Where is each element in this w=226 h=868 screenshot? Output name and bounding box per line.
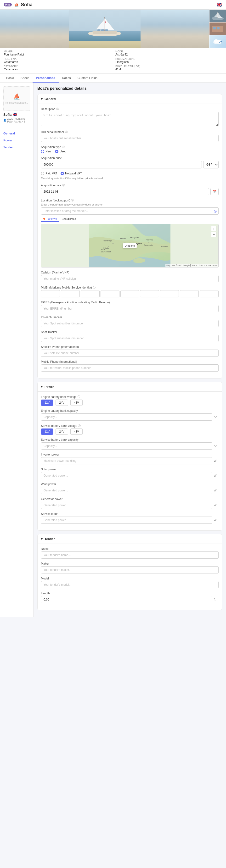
svg-rect-14 xyxy=(213,27,216,29)
svg-point-23 xyxy=(148,242,149,243)
service-voltage-label: Service battery bank voltage ⓘ xyxy=(41,424,219,428)
tab-personalised[interactable]: Personalised xyxy=(33,74,59,83)
radio-used[interactable]: Used xyxy=(55,150,66,153)
calendar-icon[interactable]: 📅 xyxy=(210,188,219,195)
service-voltage-12v[interactable]: 12V xyxy=(41,429,53,435)
toponym-dot xyxy=(43,218,45,220)
hero-main-image xyxy=(0,9,209,48)
sidebar-boat-flag: 🇬🇧 xyxy=(13,113,17,117)
engine-capacity-group: Engine battery bank capacity Ah xyxy=(41,409,219,421)
tender-section-content: Name Maker Model Length xyxy=(37,544,222,610)
wind-label: Wind power xyxy=(41,483,219,486)
map-tab-coordinates[interactable]: Coordinates xyxy=(59,216,78,222)
thumb-2[interactable] xyxy=(209,22,226,35)
tender-name-input[interactable] xyxy=(41,552,219,559)
inreach-input[interactable] xyxy=(41,320,219,327)
radio-new-dot xyxy=(41,150,44,153)
service-voltage-24v[interactable]: 24V xyxy=(56,429,68,435)
mmsi-digit-4[interactable] xyxy=(101,290,119,298)
maker-label: Maker xyxy=(4,50,111,53)
tender-length-input[interactable] xyxy=(41,596,213,603)
description-input[interactable] xyxy=(41,112,219,126)
map-visual[interactable]: Trowbridge Andover Basingstoke Worthing … xyxy=(41,224,218,267)
thumb-1[interactable] xyxy=(209,9,226,22)
tender-section-header[interactable]: ▾ Tender xyxy=(37,534,222,544)
acquisition-date-group: Acquisition date ⓘ 📅 xyxy=(41,184,219,195)
location-input-wrapper: ◎ xyxy=(41,208,219,215)
service-capacity-input[interactable] xyxy=(41,442,213,450)
svg-text:Bournemouth: Bournemouth xyxy=(101,251,111,253)
vat-paid-option[interactable]: Paid VAT xyxy=(41,172,57,175)
generator-input[interactable] xyxy=(41,502,213,509)
tender-length-input-wrapper: ft xyxy=(41,596,219,603)
location-input[interactable] xyxy=(41,208,219,215)
solar-input[interactable] xyxy=(41,472,213,479)
wind-input[interactable] xyxy=(41,487,213,494)
mmsi-digit-9[interactable] xyxy=(200,290,219,298)
hull-serial-input[interactable] xyxy=(41,135,219,142)
thumb-cloud[interactable] xyxy=(209,35,226,48)
general-section: ▾ General Description ⓘ Hull serial numb… xyxy=(37,94,222,378)
sidebar-item-general[interactable]: General xyxy=(0,130,33,137)
acquisition-price-input-wrapper: GBP EUR USD xyxy=(41,161,219,168)
mmsi-digit-1[interactable] xyxy=(41,290,60,298)
acquisition-type-label: Acquisition type ⓘ xyxy=(41,145,219,149)
location-group: Location (docking port) ⓘ Enter the port… xyxy=(41,198,219,268)
tab-custom-fields[interactable]: Custom Fields xyxy=(74,74,101,83)
service-loads-label: Service loads xyxy=(41,512,219,516)
vat-not-paid-option[interactable]: Not paid VAT xyxy=(61,172,82,175)
mmsi-digit-6[interactable] xyxy=(140,290,159,298)
engine-voltage-24v[interactable]: 24V xyxy=(56,400,68,406)
engine-voltage-48v[interactable]: 48V xyxy=(70,400,83,406)
tab-specs[interactable]: Specs xyxy=(17,74,33,83)
general-section-label: General xyxy=(45,97,56,101)
hull-type-label: Hull type xyxy=(4,58,111,60)
mmsi-digit-7[interactable] xyxy=(160,290,179,298)
engine-voltage-12v[interactable]: 12V xyxy=(41,400,53,406)
sidebar-item-power[interactable]: Power xyxy=(0,137,33,144)
sidebar-item-tender[interactable]: Tender xyxy=(0,144,33,151)
radio-new[interactable]: New xyxy=(41,150,51,153)
acquisition-date-input[interactable] xyxy=(41,188,209,195)
service-loads-input-wrapper: W xyxy=(41,517,219,524)
tab-ratios[interactable]: Ratios xyxy=(59,74,74,83)
satellite-input[interactable] xyxy=(41,349,219,357)
hull-type-value: Catamaran xyxy=(4,60,111,64)
engine-capacity-input[interactable] xyxy=(41,413,213,421)
acquisition-date-wrapper: 📅 xyxy=(41,188,219,195)
mobile-input[interactable] xyxy=(41,364,219,372)
service-voltage-48v[interactable]: 48V xyxy=(70,429,83,435)
radio-used-label: Used xyxy=(60,150,66,153)
svg-point-18 xyxy=(217,40,221,43)
svg-rect-6 xyxy=(97,29,100,31)
inverter-input[interactable] xyxy=(41,457,213,464)
tender-name-label: Name xyxy=(41,547,219,551)
map-zoom-out[interactable]: − xyxy=(211,232,217,237)
tab-basic[interactable]: Basic xyxy=(3,74,17,83)
tender-maker-input[interactable] xyxy=(41,566,219,574)
spot-input[interactable] xyxy=(41,335,219,342)
mmsi-digit-5[interactable] xyxy=(120,290,139,298)
wind-input-wrapper: W xyxy=(41,487,219,494)
service-capacity-input-wrapper: Ah xyxy=(41,442,219,450)
hull-material-value: Fiberglass xyxy=(115,60,222,64)
currency-select[interactable]: GBP EUR USD xyxy=(203,161,219,168)
epirb-input[interactable] xyxy=(41,305,219,312)
tender-model-input[interactable] xyxy=(41,581,219,588)
hull-serial-group: Hull serial number ⓘ xyxy=(41,130,219,142)
mmsi-digit-3[interactable] xyxy=(81,290,100,298)
engine-capacity-unit: Ah xyxy=(214,415,219,419)
loa-value: 41.4 xyxy=(115,68,222,71)
callsign-input[interactable] xyxy=(41,275,219,282)
map-zoom-in[interactable]: + xyxy=(211,226,217,231)
service-loads-input[interactable] xyxy=(41,517,213,524)
power-section-header[interactable]: ▾ Power xyxy=(37,382,222,392)
acquisition-price-input[interactable] xyxy=(41,161,202,168)
power-section-label: Power xyxy=(45,385,54,389)
vat-paid-label: Paid VAT xyxy=(46,172,57,175)
map-tab-toponym[interactable]: Toponym xyxy=(41,216,59,222)
general-section-header[interactable]: ▾ General xyxy=(37,94,222,104)
mmsi-info-icon: ⓘ xyxy=(93,286,95,289)
mmsi-digit-8[interactable] xyxy=(180,290,199,298)
mmsi-digit-2[interactable] xyxy=(61,290,80,298)
